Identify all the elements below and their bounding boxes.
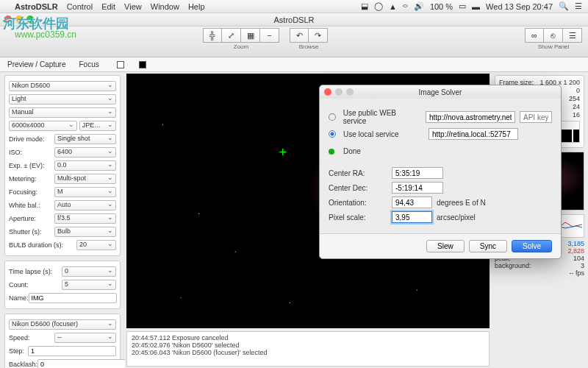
clock[interactable]: Wed 13 Sep 20:47 [486,2,553,11]
battery-icon[interactable]: ▭ [459,1,466,11]
timelapse-label: Time lapse (s): [9,268,62,275]
fps-value: -- fps [569,269,584,277]
menu-window[interactable]: Window [151,2,179,11]
sequence-panel: Time lapse (s):0 Count:5 Name: [4,261,121,309]
tab-preview[interactable]: Preview / Capture [7,60,65,68]
app-menu[interactable]: AstroDSLR [15,2,58,11]
local-url-input[interactable] [429,128,518,140]
orient-label: Orientation: [329,199,387,207]
backlash-input[interactable] [37,359,125,368]
capture-bar: Preview / Capture Focus [0,57,588,72]
wifi-icon[interactable]: ⌔ [403,2,408,11]
battery-text: 100 % [430,2,453,11]
crosshair-icon: + [279,145,287,160]
exp-label: Exp. ± (EV): [9,162,54,169]
airplay-icon[interactable]: ▲ [389,2,397,11]
orient-input[interactable] [392,197,432,208]
bg-label: background: [495,262,531,269]
iso-select[interactable]: 6400 [54,147,116,158]
ra-input[interactable] [392,167,443,179]
exp-select[interactable]: 0.0 [54,160,116,171]
count-select[interactable]: 5 [62,280,116,290]
zoom-out-button[interactable]: − [260,28,279,43]
count-label: Count: [9,281,62,289]
bulb-select[interactable]: 20 [76,240,116,250]
dec-label: Center Dec: [329,184,387,192]
api-key-input[interactable] [520,111,552,123]
system-menubar: AstroDSLR Control Edit View Window Help … [0,0,588,13]
stat-v2: 16 [573,111,580,118]
drive-select[interactable]: Single shot [54,134,116,144]
drive-label: Drive mode: [9,135,54,143]
stat-v1: 24 [573,103,580,110]
zoom-in-button[interactable]: ▦ [241,28,260,43]
aperture-select[interactable]: f/3.5 [54,213,116,224]
close-window[interactable] [4,15,12,23]
minimize-window[interactable] [15,15,23,23]
image-solver-dialog: Image Solver Use public WEB service Use … [319,85,562,259]
public-label: Use public WEB service [343,109,421,125]
camera-select[interactable]: Nikon D5600 [9,81,116,91]
focus-select[interactable]: M [54,187,116,197]
solve-button[interactable]: Solve [512,240,552,252]
left-sidebar: Nikon D5600 Light Manual 6000x4000 JPE… … [0,72,125,368]
tab-focus[interactable]: Focus [79,60,98,68]
slew-button[interactable]: Slew [426,240,465,252]
shutter-select[interactable]: Bulb [54,227,116,237]
zoom-actual-button[interactable]: ⤢ [222,28,241,43]
peak-value: 104 [573,255,584,262]
dialog-title: Image Solver [419,88,462,96]
dec-input[interactable] [392,182,443,194]
flag-icon[interactable]: ▬ [472,2,480,11]
timelapse-select[interactable]: 0 [62,266,116,277]
meter-label: Metering: [9,175,54,183]
black-frame-button[interactable] [139,61,146,68]
window-title: AstroDSLR [273,15,314,24]
max-value: 254 [569,95,580,102]
toolbar: ╬ ⤢ ▦ − Zoom ↶ ↷ Browse ∞ ⎋ ☰ Show Panel [0,26,588,57]
panel-list-button[interactable]: ☰ [563,28,582,43]
dialog-close[interactable] [324,88,331,96]
menu-edit[interactable]: Edit [101,2,115,11]
focuser-panel: Nikon D5600 (focuser) Speed:-- Step: Bac… [4,314,121,368]
window-titlebar: AstroDSLR [0,13,588,26]
browse-next-button[interactable]: ↷ [309,28,328,43]
panel-link-button[interactable]: ∞ [525,28,544,43]
public-url-input[interactable] [426,111,515,123]
radio-local[interactable] [329,130,336,138]
whatsapp-icon[interactable]: ◯ [374,1,383,11]
menu-help[interactable]: Help [188,2,205,11]
scale-unit: arcsec/pixel [437,213,476,222]
wb-select[interactable]: Auto [54,200,116,210]
sync-button[interactable]: Sync [469,240,507,252]
log-line: 20:45:06.043 'Nikon D5600 (focuser)' sel… [132,349,484,356]
radio-public[interactable] [329,113,336,121]
format-select[interactable]: JPE… [79,121,116,131]
browse-label: Browse [299,43,319,50]
bg-value: 3 [581,262,584,269]
dropbox-icon[interactable]: ⬓ [361,1,368,11]
focuser-select[interactable]: Nikon D5600 (focuser) [9,319,116,330]
step-input[interactable] [28,346,116,356]
scale-input[interactable] [392,211,432,223]
panel-share-button[interactable]: ⎋ [544,28,563,43]
fwhm-value: 3,185 [567,240,584,247]
menu-control[interactable]: Control [67,2,93,11]
volume-icon[interactable]: 🔊 [414,1,424,11]
white-frame-button[interactable] [117,61,124,68]
mode-select[interactable]: Manual [9,107,116,118]
zoom-fit-button[interactable]: ╬ [203,28,222,43]
zoom-window[interactable] [26,15,34,23]
step-label: Step: [9,347,28,355]
frame-select[interactable]: Light [9,94,116,105]
speed-select[interactable]: -- [54,333,116,343]
name-input[interactable] [29,293,117,303]
dialog-min [335,88,343,96]
resolution-select[interactable]: 6000x4000 [9,121,77,131]
notif-icon[interactable]: ☰ [575,1,582,11]
menu-view[interactable]: View [124,2,142,11]
browse-prev-button[interactable]: ↶ [290,28,309,43]
hfd-value: 2,828 [567,247,584,255]
meter-select[interactable]: Multi-spot [54,174,116,184]
spotlight-icon[interactable]: 🔍 [559,1,569,11]
